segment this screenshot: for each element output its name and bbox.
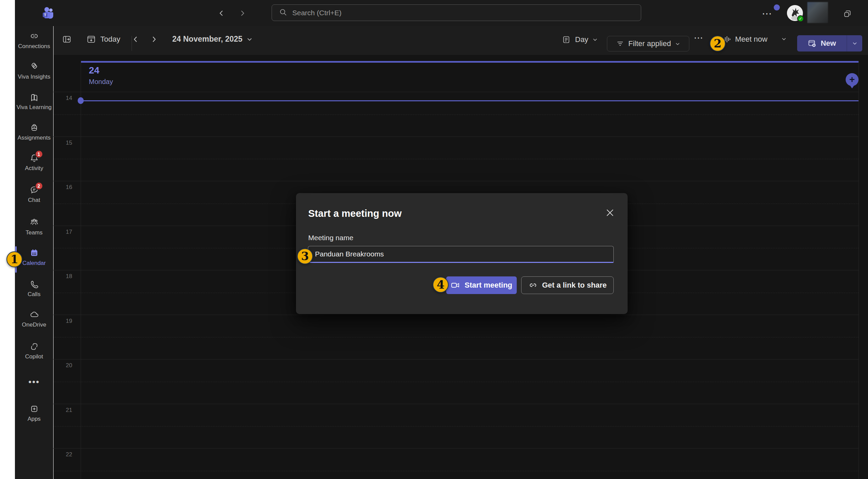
hour-row[interactable]: 14 [53, 92, 859, 137]
calls-icon [29, 279, 40, 289]
calendar-icon [29, 248, 40, 258]
sidebar-item-activity[interactable]: 1 Activity [15, 153, 53, 172]
annotation-number: 2 [714, 37, 722, 50]
video-camera-icon [451, 280, 460, 290]
sidebar-item-viva-insights[interactable]: Viva Insights [15, 62, 53, 80]
onedrive-icon [29, 310, 40, 320]
hour-label: 14 [55, 95, 72, 102]
hour-row[interactable]: 20 [53, 359, 859, 404]
sidebar-item-teams[interactable]: Teams [15, 217, 53, 236]
sidebar-item-viva-learning[interactable]: Viva Learning [15, 92, 53, 111]
assignments-icon [29, 123, 40, 133]
today-button[interactable]: Today [86, 34, 120, 44]
grid-line [859, 61, 859, 479]
toolbar-divider [132, 36, 132, 51]
connections-icon [29, 31, 40, 41]
day-number: 24 [89, 65, 99, 76]
meet-now-dropdown[interactable] [781, 36, 787, 42]
annotation-step-4: 4 [433, 277, 449, 293]
search-icon [279, 8, 287, 17]
hour-row[interactable]: 15 [53, 137, 859, 181]
hour-row[interactable]: 22 [53, 448, 859, 479]
teams-window: T ⋯ ✓ [0, 0, 868, 479]
get-link-button[interactable]: Get a link to share [521, 276, 614, 294]
profile-photo[interactable] [807, 2, 828, 23]
hour-row[interactable]: 21 [53, 404, 859, 449]
hour-label: 22 [55, 451, 72, 458]
view-label: Day [575, 35, 588, 44]
sidebar-item-label: Chat [28, 197, 40, 204]
search-bar[interactable] [272, 4, 641, 21]
calendar-toolbar: Today 24 November, 2025 Day Filter appli… [54, 26, 868, 55]
sidebar-more-apps-button[interactable]: ••• [15, 377, 53, 387]
chat-icon: 2 [29, 185, 40, 195]
hour-label: 16 [55, 184, 72, 191]
titlebar-more-button[interactable]: ⋯ [762, 7, 773, 19]
start-meeting-label: Start meeting [465, 281, 512, 290]
sidebar-item-apps[interactable]: Apps [15, 404, 53, 422]
viva-insights-icon [29, 62, 40, 72]
user-avatar[interactable]: ✓ [787, 5, 803, 21]
sidebar-item-label: Activity [25, 165, 43, 172]
current-time-line [81, 100, 859, 101]
toggle-panel-button[interactable] [62, 34, 72, 44]
date-picker-button[interactable]: 24 November, 2025 [172, 35, 253, 44]
toolbar-more-button[interactable]: ⋯ [694, 32, 704, 43]
hour-label: 17 [55, 229, 72, 235]
teams-icon [29, 217, 40, 228]
close-window-button[interactable] [866, 9, 868, 19]
hour-row[interactable]: 19 [53, 315, 859, 359]
next-day-button[interactable] [151, 36, 157, 43]
sidebar-item-label: Viva Learning [17, 104, 52, 111]
sidebar-item-chat[interactable]: 2 Chat [15, 185, 53, 204]
meet-now-button[interactable]: Meet now [722, 35, 767, 44]
title-bar: T ⋯ ✓ [15, 0, 868, 26]
current-date-label: 24 November, 2025 [172, 35, 242, 44]
hour-label: 19 [55, 318, 72, 325]
new-meeting-dropdown[interactable] [847, 35, 862, 51]
search-input[interactable] [292, 9, 641, 17]
copilot-icon [29, 341, 40, 352]
new-meeting-split-button[interactable]: New [797, 35, 862, 51]
sidebar-item-label: Connections [18, 43, 50, 50]
meet-now-label: Meet now [735, 35, 767, 44]
dialog-close-button[interactable] [603, 205, 617, 220]
new-meeting-button[interactable]: New [797, 39, 847, 48]
filter-label: Filter applied [628, 39, 671, 48]
get-link-label: Get a link to share [542, 281, 607, 290]
filter-applied-button[interactable]: Filter applied [607, 36, 689, 51]
today-label: Today [100, 35, 120, 44]
back-button[interactable] [217, 9, 226, 18]
previous-day-button[interactable] [132, 36, 139, 43]
new-button-label: New [821, 39, 836, 48]
view-switcher-day[interactable]: Day [561, 35, 598, 44]
annotation-number: 4 [437, 278, 445, 291]
restore-window-button[interactable] [842, 9, 852, 19]
start-meeting-dialog: Start a meeting now Meeting name Start m… [296, 193, 628, 314]
activity-icon: 1 [29, 153, 40, 163]
meeting-name-input[interactable] [308, 246, 614, 263]
hour-label: 18 [55, 273, 72, 280]
sidebar-item-label: Calendar [22, 260, 46, 267]
sidebar-item-connections[interactable]: Connections [15, 31, 53, 50]
sidebar-item-assignments[interactable]: Assignments [15, 123, 53, 141]
start-meeting-button[interactable]: Start meeting [446, 276, 517, 294]
sidebar-item-label: Viva Insights [18, 74, 50, 80]
hour-label: 15 [55, 140, 72, 146]
forward-button[interactable] [238, 9, 247, 18]
quick-add-event-button[interactable]: + [846, 73, 859, 86]
notification-dot [774, 4, 780, 11]
sidebar-item-label: Teams [25, 229, 42, 236]
sidebar-item-calls[interactable]: Calls [15, 279, 53, 298]
annotation-step-1: 1 [6, 251, 22, 267]
sidebar-item-onedrive[interactable]: OneDrive [15, 310, 53, 328]
sidebar-item-copilot[interactable]: Copilot [15, 341, 53, 360]
hour-label: 21 [55, 407, 72, 414]
presence-available-icon: ✓ [797, 15, 804, 22]
activity-badge: 1 [35, 150, 43, 158]
sidebar-item-label: Calls [28, 291, 41, 298]
chat-badge: 2 [35, 182, 43, 190]
annotation-step-3: 3 [297, 248, 313, 264]
svg-text:T: T [44, 13, 46, 17]
annotation-number: 1 [11, 253, 18, 266]
